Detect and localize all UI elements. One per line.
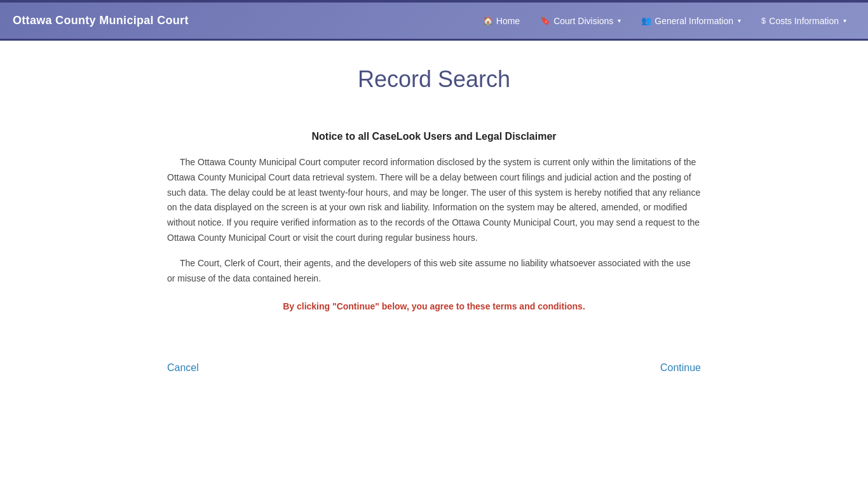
main-content: Record Search Notice to all CaseLook Use… — [129, 41, 739, 410]
people-icon: 👥 — [641, 16, 651, 25]
general-information-caret: ▾ — [738, 17, 741, 24]
nav-court-divisions-label: Court Divisions — [553, 16, 613, 26]
nav-menu: 🏠 Home 🔖 Court Divisions ▾ 👥 General Inf… — [474, 11, 855, 31]
disclaimer-paragraph-2: The Court, Clerk of Court, their agents,… — [167, 256, 701, 287]
nav-item-costs-information: $ Costs Information ▾ — [752, 11, 855, 31]
navbar: Ottawa County Municipal Court 🏠 Home 🔖 C… — [0, 3, 868, 41]
continue-button[interactable]: Continue — [648, 357, 714, 379]
nav-general-information-label: General Information — [654, 16, 733, 26]
action-row: Cancel Continue — [142, 351, 726, 385]
nav-link-costs-information[interactable]: $ Costs Information ▾ — [752, 11, 855, 31]
nav-link-general-information[interactable]: 👥 General Information ▾ — [632, 11, 750, 31]
nav-link-home[interactable]: 🏠 Home — [474, 11, 529, 31]
bookmark-icon: 🔖 — [540, 16, 550, 25]
nav-item-court-divisions: 🔖 Court Divisions ▾ — [531, 11, 630, 31]
terms-notice: By clicking "Continue" below, you agree … — [167, 301, 701, 311]
disclaimer-heading: Notice to all CaseLook Users and Legal D… — [167, 131, 701, 142]
court-divisions-caret: ▾ — [618, 17, 621, 24]
disclaimer-paragraph-1: The Ottawa County Municipal Court comput… — [167, 155, 701, 246]
home-icon: 🏠 — [483, 16, 493, 25]
nav-link-court-divisions[interactable]: 🔖 Court Divisions ▾ — [531, 11, 630, 31]
dollar-icon: $ — [761, 16, 766, 25]
site-brand[interactable]: Ottawa County Municipal Court — [13, 14, 189, 27]
nav-item-home: 🏠 Home — [474, 11, 529, 31]
nav-costs-information-label: Costs Information — [769, 16, 839, 26]
page-title: Record Search — [142, 66, 726, 93]
costs-information-caret: ▾ — [843, 17, 846, 24]
disclaimer-box: Notice to all CaseLook Users and Legal D… — [142, 118, 726, 344]
nav-home-label: Home — [496, 16, 520, 26]
nav-item-general-information: 👥 General Information ▾ — [632, 11, 750, 31]
cancel-button[interactable]: Cancel — [154, 357, 212, 379]
